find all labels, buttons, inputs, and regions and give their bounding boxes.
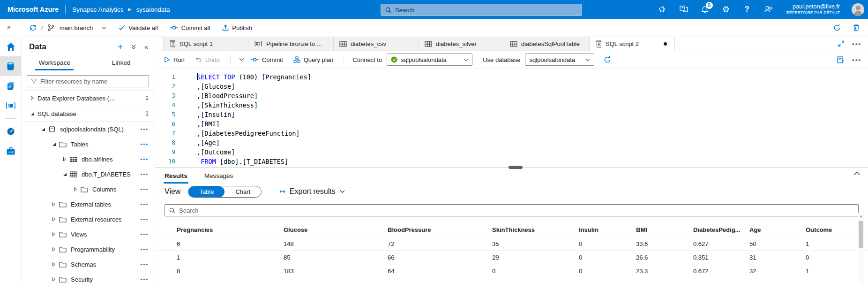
- collapse-results-icon[interactable]: [853, 171, 860, 176]
- collapse-all-icon[interactable]: [131, 44, 136, 50]
- code-line-4[interactable]: 4,[SkinThickness]: [155, 100, 868, 110]
- tree-item-sqlpoolsalondata-sql[interactable]: sqlpoolsalondata (SQL)•••: [21, 122, 155, 137]
- code-line-9[interactable]: 9,[Outcome]: [155, 147, 868, 157]
- more-actions-icon[interactable]: •••: [140, 246, 149, 252]
- tree-item-dbo-airlines[interactable]: dbo.airlines•••: [21, 152, 155, 167]
- editor-tab-sql-script-1[interactable]: SQL script 1: [163, 37, 248, 51]
- tree-item-dbo-t-diabetes[interactable]: dbo.T_DIABETES•••: [21, 167, 155, 182]
- scrollbar-thumb[interactable]: [859, 221, 863, 248]
- tab-messages[interactable]: Messages: [204, 168, 233, 184]
- breadcrumb[interactable]: Synapse Analytics ▶ sysalondata: [72, 6, 170, 13]
- column-header[interactable]: Age: [749, 226, 806, 233]
- nav-manage[interactable]: [0, 141, 21, 161]
- tab-linked[interactable]: Linked: [88, 55, 155, 70]
- code-line-1[interactable]: 1SELECT TOP (100) [Pregnancies]: [155, 72, 868, 82]
- column-header[interactable]: Insulin: [579, 226, 636, 233]
- nav-data[interactable]: [0, 56, 21, 76]
- table-row[interactable]: 1856629026.60.351310: [155, 250, 868, 264]
- column-header[interactable]: BMI: [636, 226, 693, 233]
- refresh-database-icon[interactable]: [604, 56, 611, 63]
- column-header[interactable]: Glucose: [284, 226, 388, 233]
- view-chart-option[interactable]: Chart: [224, 186, 261, 197]
- bell-icon[interactable]: 5: [700, 5, 710, 14]
- tree-item-programmability[interactable]: Programmability•••: [21, 242, 155, 257]
- chevron-collapsed-icon[interactable]: [63, 157, 67, 161]
- code-line-6[interactable]: 6,[BMI]: [155, 119, 868, 129]
- chevron-collapsed-icon[interactable]: [52, 232, 56, 237]
- editor-tab-sql-script-2[interactable]: SQL script 2: [590, 37, 675, 51]
- editor-tab-diabetessqlpooltable[interactable]: diabetesSqlPoolTable: [504, 37, 590, 51]
- view-table-option[interactable]: Table: [188, 186, 224, 197]
- chevron-collapsed-icon[interactable]: [52, 277, 56, 282]
- global-search-box[interactable]: Search: [381, 4, 582, 16]
- filter-input[interactable]: Filter resources by name: [27, 75, 149, 87]
- run-options-caret[interactable]: [239, 58, 244, 61]
- chevron-collapsed-icon[interactable]: [74, 187, 77, 192]
- tree-item-security[interactable]: Security•••: [21, 272, 155, 284]
- chevron-collapsed-icon[interactable]: [30, 96, 34, 100]
- collapse-panel-icon[interactable]: «: [144, 43, 148, 51]
- more-actions-icon[interactable]: •••: [140, 186, 149, 192]
- nav-integrate[interactable]: [0, 96, 21, 115]
- code-line-8[interactable]: 8,[Age]: [155, 138, 868, 147]
- code-line-10[interactable]: 10 FROM [dbo].[T_DIABETES]: [155, 157, 868, 166]
- table-row[interactable]: 8183640023.30.672321: [155, 264, 868, 277]
- code-line-3[interactable]: 3,[BloodPressure]: [155, 91, 868, 100]
- add-resource-icon[interactable]: +: [118, 43, 123, 51]
- feedback-icon[interactable]: [763, 5, 773, 14]
- tree-item-columns[interactable]: Columns•••: [21, 182, 155, 197]
- tab-strip-more-icon[interactable]: •••: [852, 40, 861, 47]
- tab-results[interactable]: Results: [165, 168, 187, 184]
- more-actions-icon[interactable]: •••: [140, 126, 149, 132]
- commit-all-button[interactable]: Commit all: [170, 24, 210, 31]
- breadcrumb-product[interactable]: Synapse Analytics: [72, 6, 124, 13]
- results-search-input[interactable]: Search: [165, 204, 859, 216]
- nav-monitor[interactable]: [0, 122, 21, 141]
- trash-icon[interactable]: [853, 24, 860, 31]
- column-header[interactable]: SkinThickness: [492, 226, 579, 233]
- tree-item-schemas[interactable]: Schemas•••: [21, 257, 155, 272]
- directory-switch-icon[interactable]: [679, 5, 688, 14]
- results-scrollbar[interactable]: ▲: [858, 213, 864, 284]
- publish-button[interactable]: Publish: [222, 24, 252, 31]
- expand-editor-icon[interactable]: [838, 40, 845, 47]
- gear-icon[interactable]: ⚙: [721, 5, 731, 14]
- chevron-collapsed-icon[interactable]: [52, 217, 56, 222]
- sql-toolbar-more-icon[interactable]: •••: [852, 56, 861, 63]
- sql-code-editor[interactable]: 1SELECT TOP (100) [Pregnancies]2,[Glucos…: [155, 69, 868, 168]
- double-chevron-right-icon[interactable]: »: [7, 23, 11, 31]
- editor-tab-diabetes-silver[interactable]: diabetes_silver: [419, 37, 504, 51]
- more-actions-icon[interactable]: •••: [140, 201, 149, 207]
- tree-item-sql-database[interactable]: SQL database1: [21, 106, 155, 122]
- editor-tab-pipeline-bronze-to[interactable]: Pipeline bronze to ...: [248, 37, 334, 51]
- megaphone-icon[interactable]: [658, 5, 667, 14]
- chevron-expanded-icon[interactable]: [41, 127, 45, 131]
- more-actions-icon[interactable]: •••: [140, 171, 149, 177]
- breadcrumb-workspace[interactable]: sysalondata: [136, 6, 170, 13]
- help-icon[interactable]: ?: [742, 5, 752, 14]
- chevron-collapsed-icon[interactable]: [52, 262, 56, 267]
- use-database-dropdown[interactable]: sqlpoolsalondata: [525, 54, 594, 66]
- more-actions-icon[interactable]: •••: [140, 261, 149, 267]
- undo-button[interactable]: Undo: [195, 56, 220, 63]
- validate-all-button[interactable]: Validate all: [119, 24, 158, 31]
- tree-item-external-tables[interactable]: External tables•••: [21, 197, 155, 212]
- table-row[interactable]: 61487235033.60.627501: [155, 237, 868, 250]
- more-actions-icon[interactable]: •••: [140, 231, 149, 237]
- nav-develop[interactable]: [0, 76, 21, 96]
- code-line-5[interactable]: 5,[Insulin]: [155, 110, 868, 119]
- chevron-expanded-icon[interactable]: [63, 172, 67, 177]
- column-header[interactable]: Pregnancies: [177, 226, 284, 233]
- chevron-collapsed-icon[interactable]: [52, 202, 56, 207]
- tree-item-tables[interactable]: Tables•••: [21, 137, 155, 152]
- commit-button[interactable]: Commit: [251, 56, 283, 63]
- nav-home[interactable]: [0, 37, 21, 56]
- more-actions-icon[interactable]: •••: [140, 216, 149, 222]
- script-properties-icon[interactable]: [837, 56, 845, 63]
- avatar[interactable]: [852, 3, 864, 16]
- export-results-button[interactable]: ↦ Export results: [279, 187, 344, 196]
- chevron-collapsed-icon[interactable]: [52, 247, 56, 252]
- tab-workspace[interactable]: Workspace: [21, 55, 88, 70]
- more-actions-icon[interactable]: •••: [140, 276, 149, 282]
- refresh-icon[interactable]: [833, 24, 841, 31]
